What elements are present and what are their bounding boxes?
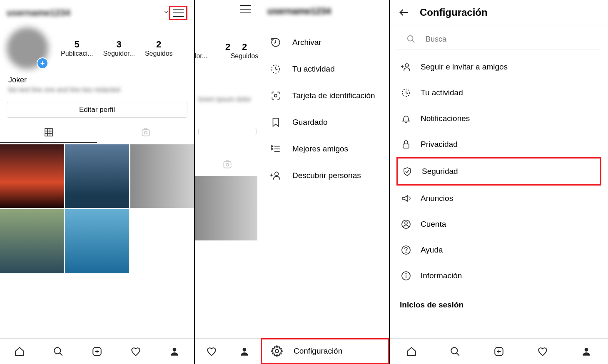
- home-icon[interactable]: [14, 346, 25, 357]
- search-row[interactable]: [396, 29, 601, 50]
- stat-following-partial2: 2 Seguidos: [228, 42, 261, 60]
- add-post-icon[interactable]: [493, 346, 505, 357]
- back-arrow-icon[interactable]: [398, 7, 410, 18]
- post-thumbnail[interactable]: [0, 144, 64, 208]
- svg-rect-5: [142, 130, 149, 136]
- help-icon: [400, 244, 412, 256]
- drawer-item-archive[interactable]: Archivar: [261, 29, 389, 56]
- archive-icon: [269, 36, 282, 49]
- megaphone-icon: [400, 192, 412, 205]
- tab-grid[interactable]: [0, 122, 97, 143]
- activity-icon[interactable]: [537, 346, 548, 357]
- post-thumbnail[interactable]: [0, 209, 64, 273]
- hamburger-icon: [173, 9, 184, 17]
- post-thumbnail[interactable]: [130, 144, 194, 208]
- drawer-username: username1234: [267, 6, 331, 17]
- follow-invite-icon: [400, 61, 412, 73]
- hamburger-menu-highlight[interactable]: [169, 6, 187, 20]
- svg-point-18: [274, 94, 277, 97]
- profile-icon[interactable]: [232, 346, 257, 357]
- shield-icon: [401, 165, 414, 178]
- settings-item-privacy[interactable]: Privacidad: [396, 131, 601, 157]
- svg-point-7: [54, 347, 60, 354]
- edit-profile-button[interactable]: Editar perfil: [7, 102, 187, 118]
- section-header-logins: Inicios de sesión: [390, 293, 608, 314]
- bookmark-icon: [269, 116, 282, 129]
- svg-line-30: [412, 40, 415, 43]
- username-label[interactable]: username1234: [7, 7, 161, 18]
- svg-point-31: [405, 64, 409, 67]
- settings-screen: Configuración Seguir e invitar a amigos …: [390, 0, 608, 364]
- drawer-item-discover[interactable]: Descubrir personas: [261, 162, 389, 189]
- drawer-item-activity[interactable]: Tu actividad: [261, 56, 389, 82]
- gear-icon: [270, 344, 284, 358]
- hamburger-icon[interactable]: [240, 5, 251, 13]
- bell-icon: [400, 112, 412, 125]
- posts-grid: [0, 143, 194, 273]
- svg-rect-0: [45, 129, 52, 136]
- bottom-nav-partial: [195, 338, 261, 364]
- settings-item-security-highlight[interactable]: Seguridad: [396, 157, 601, 186]
- settings-item-ads[interactable]: Anuncios: [396, 186, 601, 211]
- svg-rect-36: [403, 144, 409, 148]
- svg-point-14: [226, 163, 229, 166]
- tab-tagged[interactable]: [97, 122, 194, 143]
- svg-point-40: [406, 252, 406, 253]
- home-icon[interactable]: [406, 346, 417, 357]
- post-thumbnail[interactable]: [65, 144, 129, 208]
- bio-text-partial: lorem ipsum dolor: [198, 96, 257, 103]
- svg-marker-22: [272, 145, 273, 147]
- stat-following[interactable]: 2 Seguidos: [145, 39, 173, 57]
- activity-clock-icon: [269, 62, 282, 76]
- nametag-icon: [269, 89, 282, 102]
- bio-text: bio text line one and line two redacted: [8, 86, 186, 94]
- profile-icon[interactable]: [581, 346, 592, 357]
- search-input[interactable]: [426, 35, 591, 44]
- svg-point-24: [275, 172, 279, 176]
- svg-point-27: [275, 349, 279, 353]
- tab-tagged-partial: [198, 154, 257, 175]
- drawer-item-saved[interactable]: Guardado: [261, 109, 389, 136]
- svg-line-45: [456, 353, 459, 356]
- search-icon: [406, 35, 416, 44]
- info-icon: [400, 270, 412, 282]
- bottom-nav: [390, 338, 608, 364]
- settings-item-activity[interactable]: Tu actividad: [396, 80, 601, 106]
- settings-item-help[interactable]: Ayuda: [396, 237, 601, 263]
- profile-icon[interactable]: [169, 346, 180, 357]
- settings-title: Configuración: [420, 7, 488, 18]
- search-icon[interactable]: [449, 346, 461, 357]
- discover-people-icon: [269, 169, 282, 182]
- drawer-screen: 2 lor... 2 Seguidos lorem ipsum dolor: [195, 0, 390, 364]
- add-story-icon[interactable]: +: [37, 57, 48, 69]
- svg-rect-13: [224, 162, 231, 168]
- svg-point-15: [242, 348, 246, 352]
- bottom-nav: [0, 338, 194, 364]
- account-icon: [400, 218, 412, 230]
- settings-list: Seguir e invitar a amigos Tu actividad N…: [390, 50, 608, 293]
- profile-screen: username1234 + 5 Publicaci... 3 Seguid: [0, 0, 195, 364]
- drawer-item-settings-highlight[interactable]: Configuración: [261, 338, 389, 364]
- settings-item-account[interactable]: Cuenta: [396, 211, 601, 237]
- settings-item-follow-invite[interactable]: Seguir e invitar a amigos: [396, 54, 601, 80]
- stat-posts[interactable]: 5 Publicaci...: [61, 39, 93, 57]
- settings-item-notifications[interactable]: Notificaciones: [396, 106, 601, 131]
- post-thumbnail: [195, 176, 257, 240]
- stat-followers[interactable]: 3 Seguidor...: [103, 39, 135, 57]
- svg-point-43: [406, 273, 406, 274]
- activity-icon[interactable]: [199, 346, 224, 357]
- post-thumbnail[interactable]: [65, 209, 129, 273]
- activity-clock-icon: [400, 87, 412, 99]
- add-post-icon[interactable]: [91, 346, 103, 357]
- drawer-item-close-friends[interactable]: Mejores amigos: [261, 136, 389, 162]
- search-icon[interactable]: [52, 346, 64, 357]
- svg-marker-23: [272, 148, 273, 150]
- chevron-down-icon[interactable]: [163, 9, 169, 17]
- drawer-item-nametag[interactable]: Tarjeta de identificación: [261, 82, 389, 109]
- settings-item-about[interactable]: Información: [396, 263, 601, 289]
- svg-point-49: [584, 348, 588, 352]
- svg-point-38: [405, 222, 407, 224]
- avatar[interactable]: +: [7, 27, 48, 69]
- activity-icon[interactable]: [130, 346, 142, 357]
- bio-name: Joker: [8, 76, 186, 84]
